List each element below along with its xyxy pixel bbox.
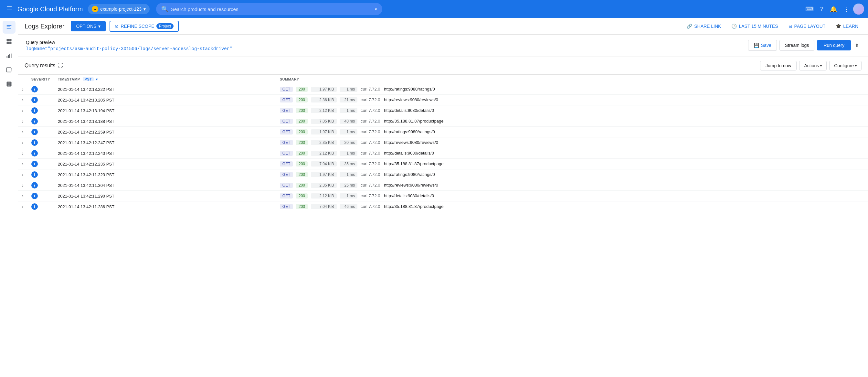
row-expand-button[interactable]: ›: [18, 116, 28, 127]
method-badge: GET: [280, 119, 293, 124]
size-badge: 7.05 KiB: [311, 119, 337, 124]
row-timestamp: 2021-01-14 13:42:11.323 PST: [54, 169, 276, 180]
row-timestamp: 2021-01-14 13:42:12.240 PST: [54, 148, 276, 159]
table-row[interactable]: › i 2021-01-14 13:42:13.188 PST GET 200 …: [18, 116, 868, 127]
size-badge: 2.35 KiB: [311, 183, 337, 188]
row-expand-button[interactable]: ›: [18, 191, 28, 201]
clock-icon: 🕐: [731, 24, 737, 29]
table-row[interactable]: › i 2021-01-14 13:42:11.290 PST GET 200 …: [18, 191, 868, 201]
notifications-icon[interactable]: 🔔: [827, 3, 840, 15]
page-layout-button[interactable]: ⊟ PAGE LAYOUT: [785, 22, 829, 31]
sidebar-item-reports[interactable]: [3, 78, 16, 90]
jump-to-now-button[interactable]: Jump to now: [760, 61, 797, 70]
more-options-icon[interactable]: ⋮: [841, 3, 852, 15]
table-row[interactable]: › i 2021-01-14 13:42:11.286 PST GET 200 …: [18, 201, 868, 212]
row-timestamp: 2021-01-14 13:42:12.235 PST: [54, 159, 276, 169]
layout-icon: ⊟: [788, 24, 793, 29]
info-severity-icon: i: [31, 97, 38, 103]
info-severity-icon: i: [31, 107, 38, 114]
results-area: Query results ⛶ Jump to now Actions ▾ Co…: [18, 57, 868, 377]
main-content: Logs Explorer OPTIONS ▾ ⊙ REFINE SCOPE P…: [18, 18, 868, 377]
agent-text: curl 7.72.0: [361, 193, 380, 198]
sidebar-item-metrics[interactable]: [3, 49, 16, 62]
table-row[interactable]: › i 2021-01-14 13:42:11.304 PST GET 200 …: [18, 180, 868, 191]
query-code[interactable]: logName="projects/asm-audit-policy-30150…: [26, 46, 232, 51]
row-summary: GET 200 7.04 KiB 35 ms curl 7.72.0 http:…: [276, 159, 868, 169]
col-timestamp[interactable]: TIMESTAMP PST ▼: [54, 75, 276, 84]
avatar[interactable]: [853, 4, 864, 14]
method-badge: GET: [280, 151, 293, 156]
info-severity-icon: i: [31, 129, 38, 135]
timezone-badge[interactable]: PST: [83, 77, 94, 81]
url-text: http://35.188.81.87/productpage: [384, 204, 443, 209]
svg-rect-3: [6, 39, 9, 41]
sidebar-item-dashboard[interactable]: [3, 35, 16, 48]
options-button[interactable]: OPTIONS ▾: [71, 21, 106, 31]
run-query-button[interactable]: Run query: [817, 40, 851, 51]
table-row[interactable]: › i 2021-01-14 13:42:12.259 PST GET 200 …: [18, 127, 868, 138]
table-row[interactable]: › i 2021-01-14 13:42:13.222 PST GET 200 …: [18, 84, 868, 95]
last-15-minutes-button[interactable]: 🕐 LAST 15 MINUTES: [728, 22, 781, 31]
row-expand-button[interactable]: ›: [18, 180, 28, 191]
stream-logs-button[interactable]: Stream logs: [779, 40, 815, 51]
info-severity-icon: i: [31, 193, 38, 199]
search-bar[interactable]: 🔍 ▾: [156, 3, 382, 15]
row-expand-button[interactable]: ›: [18, 95, 28, 106]
row-timestamp: 2021-01-14 13:42:11.304 PST: [54, 180, 276, 191]
table-row[interactable]: › i 2021-01-14 13:42:12.240 PST GET 200 …: [18, 148, 868, 159]
row-summary: GET 200 2.35 KiB 20 ms curl 7.72.0 http:…: [276, 138, 868, 148]
method-badge: GET: [280, 87, 293, 92]
table-row[interactable]: › i 2021-01-14 13:42:12.235 PST GET 200 …: [18, 159, 868, 169]
status-badge: 200: [296, 172, 308, 177]
sidebar-item-tools[interactable]: [3, 63, 16, 76]
log-table: SEVERITY TIMESTAMP PST ▼ SUMMARY › i: [18, 75, 868, 212]
row-expand-button[interactable]: ›: [18, 201, 28, 212]
learn-button[interactable]: 🎓 LEARN: [833, 22, 862, 31]
row-expand-button[interactable]: ›: [18, 84, 28, 95]
agent-text: curl 7.72.0: [361, 151, 380, 155]
agent-text: curl 7.72.0: [361, 172, 380, 177]
share-link-button[interactable]: 🔗 SHARE LINK: [683, 22, 724, 31]
row-expand-button[interactable]: ›: [18, 106, 28, 116]
sidebar-item-logs[interactable]: [3, 21, 16, 34]
row-expand-button[interactable]: ›: [18, 148, 28, 159]
url-text: http://ratings:9080/ratings/0: [384, 172, 435, 177]
method-badge: GET: [280, 193, 293, 199]
terminal-icon[interactable]: ⌨: [803, 3, 816, 15]
row-timestamp: 2021-01-14 13:42:13.222 PST: [54, 84, 276, 95]
size-badge: 2.12 KiB: [311, 108, 337, 113]
status-badge: 200: [296, 97, 308, 103]
query-expand-toggle[interactable]: ⬆: [854, 41, 860, 50]
results-actions: Jump to now Actions ▾ Configure ▾: [760, 61, 862, 70]
status-badge: 200: [296, 140, 308, 145]
table-row[interactable]: › i 2021-01-14 13:42:13.205 PST GET 200 …: [18, 95, 868, 106]
query-preview-area: Query preview logName="projects/asm-audi…: [18, 35, 868, 57]
save-button[interactable]: 💾 Save: [748, 40, 777, 51]
svg-rect-6: [9, 42, 11, 44]
actions-button[interactable]: Actions ▾: [799, 61, 827, 70]
row-summary: GET 200 1.97 KiB 1 ms curl 7.72.0 http:/…: [276, 169, 868, 180]
row-expand-button[interactable]: ›: [18, 138, 28, 148]
help-icon[interactable]: ?: [817, 3, 826, 15]
table-row[interactable]: › i 2021-01-14 13:42:11.323 PST GET 200 …: [18, 169, 868, 180]
status-badge: 200: [296, 193, 308, 199]
search-input[interactable]: [171, 6, 372, 12]
row-summary: GET 200 2.35 KiB 25 ms curl 7.72.0 http:…: [276, 180, 868, 191]
project-name: example-project-123: [100, 6, 142, 12]
project-selector[interactable]: ● example-project-123 ▾: [88, 4, 150, 14]
results-expand-icon[interactable]: ⛶: [58, 63, 63, 68]
configure-button[interactable]: Configure ▾: [829, 61, 862, 70]
table-row[interactable]: › i 2021-01-14 13:42:12.247 PST GET 200 …: [18, 138, 868, 148]
hamburger-menu-icon[interactable]: ☰: [4, 3, 15, 16]
row-expand-button[interactable]: ›: [18, 169, 28, 180]
table-row[interactable]: › i 2021-01-14 13:42:13.194 PST GET 200 …: [18, 106, 868, 116]
row-summary: GET 200 1.97 KiB 1 ms curl 7.72.0 http:/…: [276, 127, 868, 138]
row-expand-button[interactable]: ›: [18, 159, 28, 169]
row-timestamp: 2021-01-14 13:42:11.286 PST: [54, 201, 276, 212]
info-severity-icon: i: [31, 203, 38, 210]
row-expand-button[interactable]: ›: [18, 127, 28, 138]
row-severity: i: [28, 191, 54, 201]
search-expand-icon[interactable]: ▾: [375, 7, 377, 12]
size-badge: 2.12 KiB: [311, 151, 337, 156]
refine-scope-button[interactable]: ⊙ REFINE SCOPE Project: [110, 21, 179, 32]
